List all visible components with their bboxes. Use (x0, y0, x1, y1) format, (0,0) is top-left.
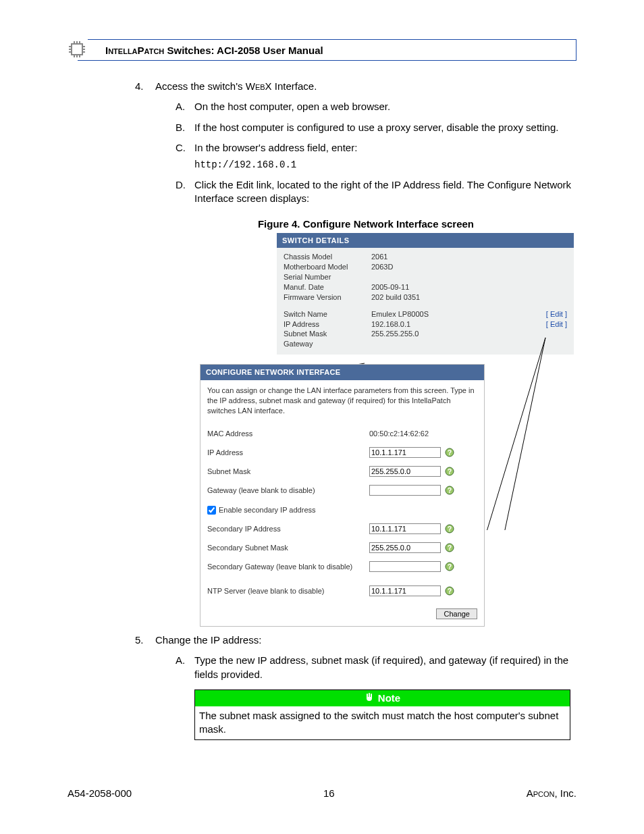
header-title: IntellaPatch Switches: ACI-2058 User Man… (105, 45, 323, 56)
cni-header: CONFIGURE NETWORK INTERFACE (200, 365, 484, 380)
svg-text:?: ? (448, 544, 452, 552)
gateway-input[interactable] (369, 485, 441, 496)
note-box: Note The subnet mask assigned to the swi… (194, 689, 570, 740)
sd-chassis-model: Chassis Model2061 (284, 252, 567, 262)
cni-secondary-ip-row: Secondary IP Address ? (207, 523, 477, 534)
step-4c-code: http://192.168.0.1 (194, 159, 576, 172)
sd-firmware-version: Firmware Version202 build 0351 (284, 292, 567, 303)
step-5: 5. Change the IP address: A. Type the ne… (135, 633, 576, 740)
configure-network-interface-panel: CONFIGURE NETWORK INTERFACE You can assi… (200, 364, 485, 627)
switch-details-header: SWITCH DETAILS (277, 233, 574, 249)
page-footer: A54-2058-000 16 Apcon, Inc. (68, 787, 576, 799)
enable-secondary-ip-checkbox[interactable] (207, 506, 216, 515)
change-button[interactable]: Change (436, 608, 477, 619)
svg-text:?: ? (448, 563, 452, 571)
cni-subnet-mask-row: Subnet Mask ? (207, 466, 477, 477)
sd-subnet-mask: Subnet Mask255.255.255.0 (284, 329, 567, 339)
footer-page-number: 16 (323, 787, 335, 799)
cni-mac-address: MAC Address 00:50:c2:14:62:62 (207, 429, 477, 439)
help-icon[interactable]: ? (445, 524, 454, 533)
cni-secondary-gateway-row: Secondary Gateway (leave blank to disabl… (207, 561, 477, 572)
step-number: 4. (135, 80, 155, 627)
cni-intro: You can assign or change the LAN interfa… (207, 386, 477, 416)
note-header: Note (195, 690, 570, 706)
cni-ip-address-row: IP Address ? (207, 447, 477, 458)
step-5a: A. Type the new IP address, subnet mask … (176, 654, 576, 681)
step-4a: A. On the host computer, open a web brow… (176, 100, 576, 113)
sd-switch-name: Switch NameEmulex LP8000S[ Edit ] (284, 309, 567, 319)
note-title: Note (378, 692, 400, 705)
switch-details-panel: SWITCH DETAILS Chassis Model2061 Motherb… (277, 233, 574, 355)
cni-gateway-row: Gateway (leave blank to disable) ? (207, 485, 477, 496)
ip-address-input[interactable] (369, 447, 441, 458)
chip-icon (66, 38, 88, 60)
step-4-text: Access the switch's WebX Interface. (155, 80, 317, 92)
help-icon[interactable]: ? (445, 467, 454, 476)
subnet-mask-input[interactable] (369, 466, 441, 477)
secondary-subnet-input[interactable] (369, 542, 441, 553)
svg-text:?: ? (448, 525, 452, 533)
footer-doc-number: A54-2058-000 (68, 787, 132, 799)
step-4c: C. In the browser's address field, enter… (176, 141, 576, 155)
svg-text:?: ? (448, 588, 452, 595)
step-4: 4. Access the switch's WebX Interface. A… (135, 80, 576, 627)
svg-rect-0 (72, 44, 82, 55)
svg-text:?: ? (448, 449, 452, 457)
svg-text:?: ? (448, 487, 452, 494)
help-icon[interactable]: ? (445, 486, 454, 495)
cni-secondary-subnet-row: Secondary Subnet Mask ? (207, 542, 477, 553)
enable-secondary-ip-label: Enable secondary IP address (219, 505, 316, 515)
page-header: IntellaPatch Switches: ACI-2058 User Man… (78, 39, 576, 61)
step-5-text: Change the IP address: (155, 634, 261, 646)
footer-company: Apcon, Inc. (527, 787, 576, 799)
svg-text:?: ? (448, 468, 452, 475)
hand-icon (365, 692, 374, 705)
figure-caption: Figure 4. Configure Network Interface sc… (155, 217, 576, 231)
svg-line-14 (479, 338, 545, 530)
note-body: The subnet mask assigned to the switch m… (195, 706, 570, 739)
secondary-ip-input[interactable] (369, 523, 441, 534)
edit-ip-address-link[interactable]: [ Edit ] (546, 319, 567, 330)
help-icon[interactable]: ? (445, 586, 454, 596)
sd-ip-address: IP Address192.168.0.1[ Edit ] (284, 319, 567, 330)
enable-secondary-ip-row: Enable secondary IP address (207, 505, 477, 515)
step-4b: B. If the host computer is configured to… (176, 121, 576, 134)
ntp-server-input[interactable] (369, 585, 441, 596)
help-icon[interactable]: ? (445, 448, 454, 457)
sd-manuf-date: Manuf. Date2005-09-11 (284, 282, 567, 292)
cni-ntp-row: NTP Server (leave blank to disable) ? (207, 585, 477, 596)
edit-switch-name-link[interactable]: [ Edit ] (546, 309, 567, 319)
sd-motherboard-model: Motherboard Model2063D (284, 262, 567, 272)
help-icon[interactable]: ? (445, 543, 454, 552)
step-4d: D. Click the Edit link, located to the r… (176, 178, 576, 206)
sd-serial-number: Serial Number (284, 272, 567, 282)
sd-gateway: Gateway (284, 339, 567, 349)
step-number: 5. (135, 633, 155, 740)
help-icon[interactable]: ? (445, 562, 454, 571)
secondary-gateway-input[interactable] (369, 561, 441, 572)
